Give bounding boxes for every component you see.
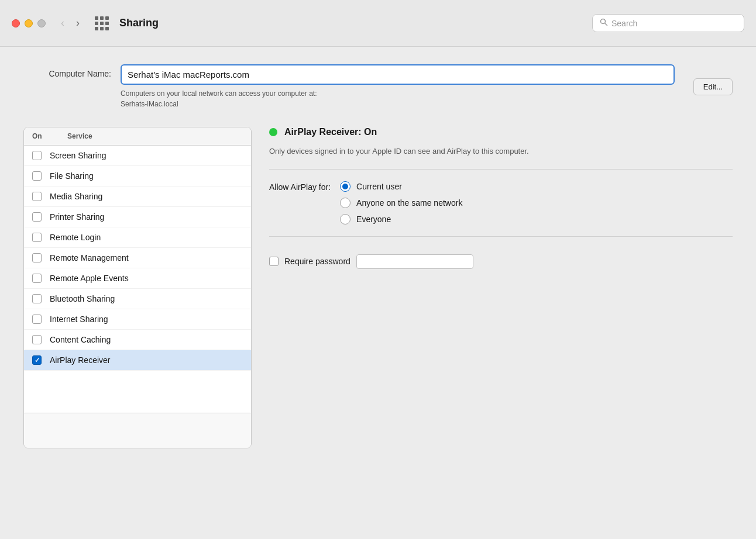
- service-item-remote-management[interactable]: Remote Management: [24, 248, 251, 268]
- service-name-internet-sharing: Internet Sharing: [50, 315, 108, 324]
- service-checkbox-screen-sharing[interactable]: [32, 151, 42, 160]
- service-item-screen-sharing[interactable]: Screen Sharing: [24, 146, 251, 166]
- service-name-remote-management: Remote Management: [50, 253, 129, 262]
- require-password-row: Require password: [269, 254, 733, 269]
- service-name-airplay-receiver: AirPlay Receiver: [50, 355, 110, 365]
- service-name-bluetooth-sharing: Bluetooth Sharing: [50, 294, 115, 303]
- page-title: Sharing: [119, 17, 592, 29]
- services-footer: [24, 413, 251, 448]
- services-header: On Service: [24, 127, 251, 146]
- service-item-airplay-receiver[interactable]: AirPlay Receiver: [24, 350, 251, 371]
- service-checkbox-media-sharing[interactable]: [32, 192, 42, 201]
- airplay-title: AirPlay Receiver: On: [284, 127, 377, 137]
- bottom-layout: On Service Screen SharingFile SharingMed…: [23, 127, 733, 448]
- service-item-bluetooth-sharing[interactable]: Bluetooth Sharing: [24, 289, 251, 309]
- service-item-printer-sharing[interactable]: Printer Sharing: [24, 207, 251, 227]
- services-list: Screen SharingFile SharingMedia SharingP…: [24, 146, 251, 413]
- service-checkbox-bluetooth-sharing[interactable]: [32, 294, 42, 303]
- service-name-content-caching: Content Caching: [50, 335, 111, 344]
- search-icon: [600, 18, 608, 28]
- back-button[interactable]: ‹: [57, 15, 68, 32]
- services-header-service: Service: [67, 132, 92, 140]
- service-checkbox-remote-management[interactable]: [32, 253, 42, 262]
- radio-options: Current userAnyone on the same networkEv…: [340, 181, 462, 224]
- service-checkbox-content-caching[interactable]: [32, 335, 42, 344]
- nav-buttons: ‹ ›: [57, 15, 83, 32]
- computer-name-input[interactable]: [121, 64, 675, 85]
- radio-btn-everyone[interactable]: [340, 214, 350, 224]
- search-input[interactable]: [611, 19, 737, 28]
- service-checkbox-airplay-receiver[interactable]: [32, 355, 42, 365]
- main-content: Computer Name: Computers on your local n…: [0, 47, 756, 539]
- allow-label: Allow AirPlay for:: [269, 181, 331, 192]
- service-checkbox-remote-apple-events[interactable]: [32, 274, 42, 283]
- service-name-printer-sharing: Printer Sharing: [50, 212, 104, 222]
- service-item-remote-apple-events[interactable]: Remote Apple Events: [24, 268, 251, 289]
- divider-2: [269, 236, 733, 237]
- traffic-lights: [12, 19, 46, 27]
- edit-button[interactable]: Edit...: [693, 78, 733, 95]
- svg-line-1: [605, 23, 607, 26]
- status-indicator: [269, 128, 277, 136]
- radio-option-everyone[interactable]: Everyone: [340, 214, 462, 224]
- search-box: [592, 14, 744, 32]
- password-input[interactable]: [356, 254, 473, 269]
- divider-1: [269, 169, 733, 170]
- close-button[interactable]: [12, 19, 20, 27]
- radio-label-same-network: Anyone on the same network: [356, 198, 462, 208]
- service-item-remote-login[interactable]: Remote Login: [24, 227, 251, 248]
- computer-name-right: Computers on your local network can acce…: [121, 64, 675, 109]
- service-checkbox-printer-sharing[interactable]: [32, 212, 42, 222]
- service-item-media-sharing[interactable]: Media Sharing: [24, 186, 251, 207]
- service-item-internet-sharing[interactable]: Internet Sharing: [24, 309, 251, 330]
- service-checkbox-internet-sharing[interactable]: [32, 315, 42, 324]
- network-info: Computers on your local network can acce…: [121, 88, 675, 109]
- service-checkbox-file-sharing[interactable]: [32, 171, 42, 181]
- right-panel: AirPlay Receiver: On Only devices signed…: [269, 127, 733, 448]
- maximize-button[interactable]: [37, 19, 46, 27]
- service-name-screen-sharing: Screen Sharing: [50, 151, 106, 160]
- service-checkbox-remote-login[interactable]: [32, 233, 42, 242]
- forward-button[interactable]: ›: [73, 15, 83, 32]
- service-name-remote-login: Remote Login: [50, 233, 101, 242]
- radio-btn-current-user[interactable]: [340, 181, 350, 192]
- computer-name-label: Computer Name:: [23, 64, 111, 78]
- radio-option-same-network[interactable]: Anyone on the same network: [340, 198, 462, 208]
- services-panel: On Service Screen SharingFile SharingMed…: [23, 127, 252, 448]
- service-name-file-sharing: File Sharing: [50, 171, 94, 181]
- titlebar: ‹ › Sharing: [0, 0, 756, 47]
- require-password-checkbox[interactable]: [269, 257, 279, 266]
- allow-airplay-row: Allow AirPlay for: Current userAnyone on…: [269, 181, 733, 224]
- radio-btn-same-network[interactable]: [340, 198, 350, 208]
- require-password-label: Require password: [284, 257, 350, 266]
- airplay-header: AirPlay Receiver: On: [269, 127, 733, 137]
- service-item-content-caching[interactable]: Content Caching: [24, 330, 251, 350]
- airplay-description: Only devices signed in to your Apple ID …: [269, 146, 733, 157]
- radio-label-everyone: Everyone: [356, 215, 391, 224]
- computer-name-row: Computer Name: Computers on your local n…: [23, 64, 733, 109]
- radio-label-current-user: Current user: [356, 182, 402, 191]
- minimize-button[interactable]: [25, 19, 33, 27]
- service-name-media-sharing: Media Sharing: [50, 192, 102, 201]
- services-header-on: On: [32, 132, 67, 140]
- service-item-file-sharing[interactable]: File Sharing: [24, 166, 251, 186]
- radio-option-current-user[interactable]: Current user: [340, 181, 462, 192]
- grid-icon[interactable]: [95, 16, 109, 30]
- service-name-remote-apple-events: Remote Apple Events: [50, 274, 129, 283]
